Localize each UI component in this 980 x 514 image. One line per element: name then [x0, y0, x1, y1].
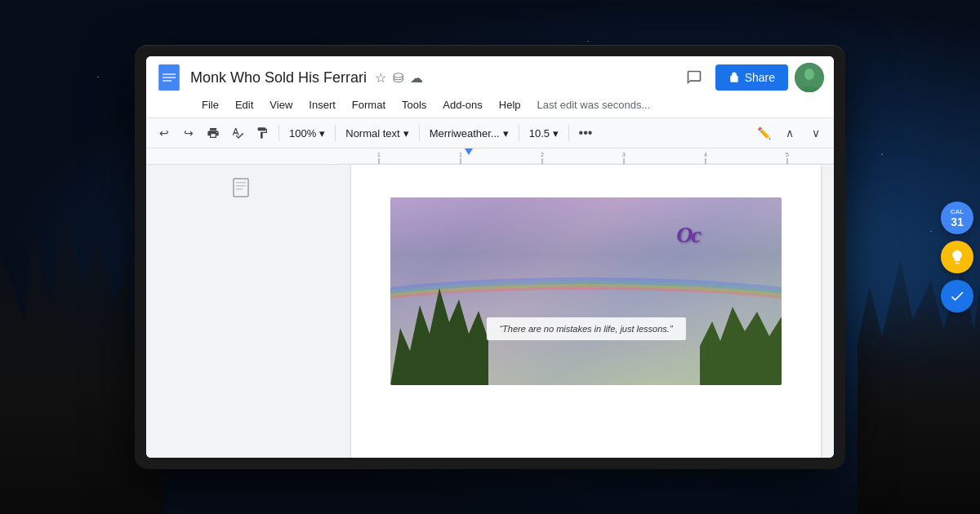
- toolbar-right: ✏️ ∧ ∨: [752, 122, 827, 144]
- document-page-area[interactable]: Oc “There are no mistakes in life, just …: [338, 165, 834, 458]
- style-selector[interactable]: Normal text ▾: [341, 124, 413, 143]
- google-docs-icon: [156, 64, 182, 91]
- keep-app-icon[interactable]: [941, 241, 973, 273]
- comment-button[interactable]: [679, 63, 709, 92]
- toolbar-divider-2: [335, 125, 336, 141]
- page-outline-icon: [233, 178, 252, 458]
- expand-button[interactable]: ∧: [778, 122, 801, 144]
- svg-rect-22: [234, 179, 248, 197]
- toolbar-divider-4: [519, 125, 519, 141]
- share-label: Share: [745, 71, 775, 84]
- svg-text:1: 1: [459, 152, 462, 157]
- ruler-svg: 1 1 2 3 4 5 6: [338, 148, 834, 165]
- more-options-button[interactable]: •••: [574, 122, 597, 144]
- folder-icon[interactable]: ⛁: [393, 70, 403, 86]
- redo-button[interactable]: ↪: [177, 122, 200, 144]
- zoom-selector[interactable]: 100% ▾: [284, 124, 330, 143]
- toolbar: ↩ ↪ 100% ▾ Normal text ▾: [146, 118, 834, 148]
- share-button[interactable]: Share: [715, 64, 788, 91]
- collapse-button[interactable]: ∨: [804, 122, 827, 144]
- menu-view[interactable]: View: [263, 95, 299, 114]
- font-selector[interactable]: Merriweather... ▾: [425, 124, 514, 143]
- svg-text:2: 2: [541, 152, 544, 157]
- svg-marker-21: [465, 148, 473, 155]
- menu-insert[interactable]: Insert: [302, 95, 342, 114]
- svg-text:3: 3: [622, 152, 626, 157]
- document-content: Oc “There are no mistakes in life, just …: [146, 165, 834, 458]
- document-sidebar: [146, 165, 338, 458]
- document-title[interactable]: Monk Who Sold His Ferrari: [190, 69, 367, 86]
- svg-text:4: 4: [704, 152, 707, 157]
- title-icons: ☆ ⛁ ☁: [375, 70, 423, 86]
- menu-help[interactable]: Help: [492, 95, 528, 114]
- menu-format[interactable]: Format: [345, 95, 392, 114]
- svg-text:5: 5: [786, 152, 789, 157]
- svg-text:1: 1: [377, 152, 381, 157]
- menu-tools[interactable]: Tools: [395, 95, 433, 114]
- edit-pencil-button[interactable]: ✏️: [752, 122, 775, 144]
- ruler: 1 1 2 3 4 5 6: [146, 148, 834, 165]
- menu-addons[interactable]: Add-ons: [436, 95, 488, 114]
- menu-file[interactable]: File: [195, 95, 225, 114]
- docs-header: Monk Who Sold His Ferrari ☆ ⛁ ☁: [146, 56, 834, 118]
- star-icon[interactable]: ☆: [375, 70, 386, 86]
- document-image: Oc “There are no mistakes in life, just …: [390, 197, 782, 385]
- svg-rect-3: [163, 80, 172, 82]
- svg-rect-23: [236, 182, 246, 184]
- svg-rect-25: [236, 188, 243, 190]
- svg-rect-1: [163, 73, 176, 75]
- calendar-app-icon[interactable]: CAL 31: [941, 202, 973, 234]
- ob-logo: Oc: [676, 222, 700, 248]
- paint-format-button[interactable]: [251, 122, 274, 144]
- laptop-screen: Monk Who Sold His Ferrari ☆ ⛁ ☁: [146, 56, 834, 458]
- last-edit-status: Last edit was seconds...: [537, 99, 651, 111]
- tasks-app-icon[interactable]: [941, 280, 973, 312]
- page-paper: Oc “There are no mistakes in life, just …: [351, 165, 821, 458]
- toolbar-divider-3: [419, 125, 420, 141]
- user-avatar[interactable]: [795, 63, 824, 92]
- header-right: Share: [679, 63, 824, 92]
- toolbar-divider-1: [278, 125, 279, 141]
- svg-rect-24: [236, 185, 246, 187]
- font-size-selector[interactable]: 10.5 ▾: [524, 124, 564, 143]
- spellcheck-button[interactable]: [226, 122, 249, 144]
- laptop-frame: Monk Who Sold His Ferrari ☆ ⛁ ☁: [135, 45, 845, 469]
- calendar-date: 31: [951, 215, 964, 228]
- print-button[interactable]: [202, 122, 225, 144]
- avatar-image: [795, 63, 824, 92]
- menu-edit[interactable]: Edit: [229, 95, 260, 114]
- cloud-icon[interactable]: ☁: [410, 70, 423, 86]
- image-quote: “There are no mistakes in life, just les…: [486, 317, 685, 340]
- svg-point-5: [804, 69, 814, 80]
- svg-rect-2: [163, 77, 176, 78]
- undo-button[interactable]: ↩: [153, 122, 176, 144]
- title-bar: Monk Who Sold His Ferrari ☆ ⛁ ☁: [146, 56, 834, 95]
- menubar: File Edit View Insert Format Tools Add-o…: [146, 95, 834, 117]
- side-apps-panel: CAL 31: [941, 202, 973, 312]
- image-background: Oc “There are no mistakes in life, just …: [390, 197, 782, 385]
- toolbar-divider-5: [568, 125, 569, 141]
